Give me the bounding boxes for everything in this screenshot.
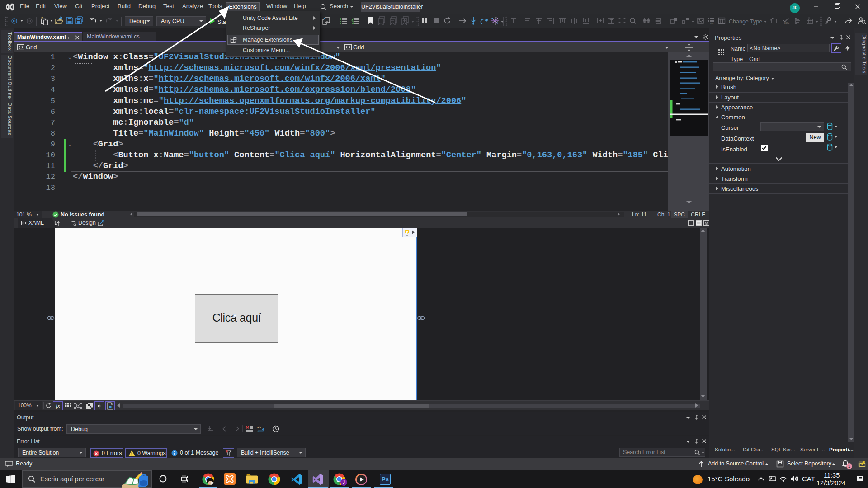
svg-text:SQL: SQL [709,22,714,24]
svg-text:ab: ab [257,425,261,429]
svg-text:c: c [257,429,259,432]
svg-text:SQL: SQL [784,22,790,24]
